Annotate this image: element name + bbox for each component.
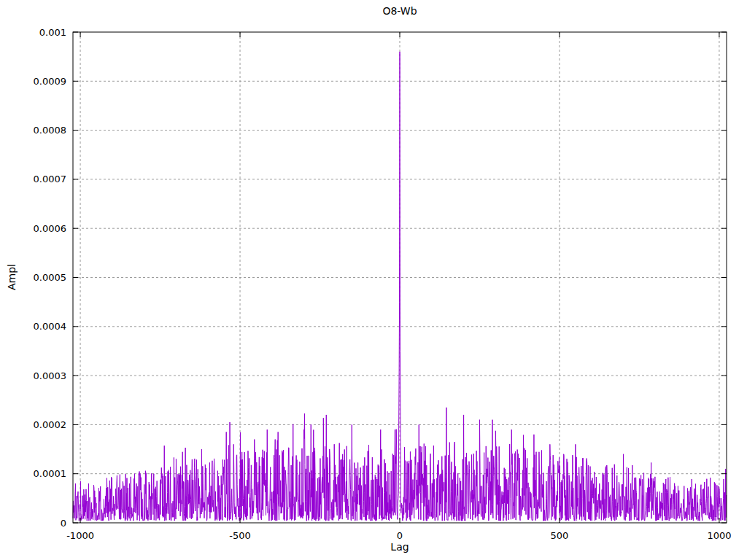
y-tick-label: 0.0008 <box>34 125 67 136</box>
x-tick-label: 0 <box>397 530 403 541</box>
y-tick-label: 0 <box>61 518 66 529</box>
y-tick-label: 0.0007 <box>34 174 67 184</box>
plot-area: -1000-5000500100000.00010.00020.00030.00… <box>0 0 747 560</box>
y-tick-label: 0.0004 <box>34 321 67 332</box>
y-tick-label: 0.0002 <box>34 419 67 430</box>
x-tick-label: 500 <box>551 530 569 541</box>
x-tick-label: -500 <box>229 530 251 541</box>
y-tick-label: 0.0001 <box>34 468 67 479</box>
y-tick-label: 0.0005 <box>34 272 67 283</box>
x-tick-label: 1000 <box>707 530 731 541</box>
gnuplot-chart-window: O8-Wb Ampl Lag -1000-5000500100000.00010… <box>0 0 747 560</box>
y-tick-label: 0.001 <box>39 27 66 38</box>
y-tick-label: 0.0009 <box>34 76 67 87</box>
x-tick-label: -1000 <box>66 530 94 541</box>
y-tick-label: 0.0003 <box>34 370 67 381</box>
y-tick-label: 0.0006 <box>34 223 67 234</box>
series-line <box>73 52 727 521</box>
